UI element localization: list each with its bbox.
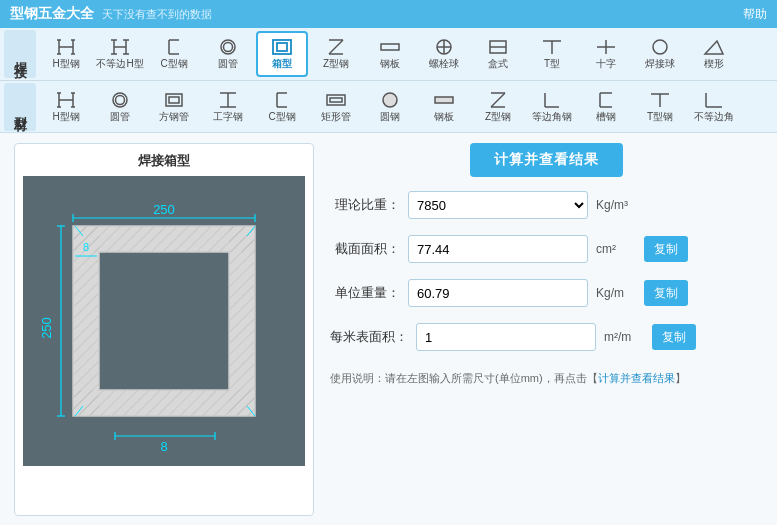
nav-item-t-weld[interactable]: T型 — [526, 31, 578, 77]
instruction-link: 计算并查看结果 — [598, 372, 675, 384]
nav-items-material: H型钢 圆管 方钢管 工字钢 C型钢 矩形管 — [40, 84, 740, 130]
nav-label-eq-angle-mat: 等边角钢 — [532, 111, 572, 123]
nav-tab-material[interactable]: 型材 — [4, 83, 36, 131]
nav-item-h-beam-mat[interactable]: H型钢 — [40, 84, 92, 130]
nav-item-channel-mat[interactable]: 槽钢 — [580, 84, 632, 130]
diagram-canvas: 250 250 — [23, 176, 305, 466]
field-row-surface: 每米表面积： m²/m 复制 — [330, 323, 763, 351]
svg-text:8: 8 — [83, 241, 89, 253]
nav-label-plate-weld: 钢板 — [380, 58, 400, 70]
field-input-surface[interactable] — [416, 323, 596, 351]
nav-label-round-mat: 圆管 — [110, 111, 130, 123]
nav-item-z-weld[interactable]: Z型钢 — [310, 31, 362, 77]
svg-point-34 — [653, 40, 667, 54]
nav-label-uneq-h: 不等边H型 — [96, 58, 143, 70]
svg-rect-87 — [99, 252, 229, 390]
field-label-density: 理论比重： — [330, 196, 400, 214]
svg-point-18 — [224, 43, 233, 52]
help-button[interactable]: 帮助 — [743, 6, 767, 23]
nav-section: 焊接 H型钢 不等边H型 C型钢 圆管 — [0, 28, 777, 133]
nav-label-channel-mat: 槽钢 — [596, 111, 616, 123]
field-input-unit-weight[interactable] — [408, 279, 588, 307]
field-unit-density: Kg/m³ — [596, 198, 636, 212]
nav-label-cross-weld: 十字 — [596, 58, 616, 70]
nav-label-t-weld: T型 — [544, 58, 560, 70]
nav-label-box-weld: 箱型 — [272, 58, 292, 70]
nav-label-weld-ball: 焊接球 — [645, 58, 675, 70]
nav-label-h-beam: H型钢 — [52, 58, 79, 70]
nav-label-i-beam-mat: 工字钢 — [213, 111, 243, 123]
nav-item-round-mat[interactable]: 圆管 — [94, 84, 146, 130]
field-label-unit-weight: 单位重量： — [330, 284, 400, 302]
nav-row-weld: 焊接 H型钢 不等边H型 C型钢 圆管 — [0, 28, 777, 80]
field-label-surface: 每米表面积： — [330, 328, 408, 346]
svg-text:250: 250 — [153, 202, 175, 217]
nav-item-cross-weld[interactable]: 十字 — [580, 31, 632, 77]
nav-items-weld: H型钢 不等边H型 C型钢 圆管 箱型 — [40, 31, 740, 77]
copy-button-surface[interactable]: 复制 — [652, 324, 696, 350]
copy-button-unit-weight[interactable]: 复制 — [644, 280, 688, 306]
nav-item-h-beam[interactable]: H型钢 — [40, 31, 92, 77]
nav-item-box-weld[interactable]: 箱型 — [256, 31, 308, 77]
instruction: 使用说明：请在左图输入所需尺寸(单位mm)，再点击【计算并查看结果】 — [330, 371, 763, 386]
nav-item-weld-ball[interactable]: 焊接球 — [634, 31, 686, 77]
nav-label-z-mat: Z型钢 — [485, 111, 511, 123]
nav-item-screw-ball[interactable]: 螺栓球 — [418, 31, 470, 77]
nav-tab-weld[interactable]: 焊接 — [4, 30, 36, 78]
nav-item-c-steel-weld[interactable]: C型钢 — [148, 31, 200, 77]
field-label-area: 截面面积： — [330, 240, 400, 258]
diagram-title: 焊接箱型 — [23, 152, 305, 170]
svg-point-44 — [116, 95, 125, 104]
nav-label-rect-mat: 矩形管 — [321, 111, 351, 123]
calc-button[interactable]: 计算并查看结果 — [470, 143, 623, 177]
svg-text:8: 8 — [160, 439, 167, 454]
copy-button-area[interactable]: 复制 — [644, 236, 688, 262]
nav-label-wedge-weld: 楔形 — [704, 58, 724, 70]
controls-panel: 计算并查看结果 理论比重： 7850 7800 7900 Kg/m³ 截面面积：… — [330, 143, 763, 516]
nav-label-t-mat: T型钢 — [647, 111, 673, 123]
nav-item-c-mat[interactable]: C型钢 — [256, 84, 308, 130]
nav-item-eq-angle-mat[interactable]: 等边角钢 — [526, 84, 578, 130]
nav-item-plate-mat[interactable]: 钢板 — [418, 84, 470, 130]
field-input-area[interactable] — [408, 235, 588, 263]
svg-rect-24 — [381, 44, 399, 50]
nav-label-square-mat: 方钢管 — [159, 111, 189, 123]
field-select-density[interactable]: 7850 7800 7900 — [408, 191, 588, 219]
nav-label-round-tube-weld: 圆管 — [218, 58, 238, 70]
nav-item-wedge-weld[interactable]: 楔形 — [688, 31, 740, 77]
field-unit-unit-weight: Kg/m — [596, 286, 636, 300]
nav-label-screw-ball: 螺栓球 — [429, 58, 459, 70]
svg-rect-83 — [73, 226, 255, 252]
nav-item-plate-weld[interactable]: 钢板 — [364, 31, 416, 77]
nav-item-uneq-angle-mat[interactable]: 不等边角 — [688, 84, 740, 130]
svg-rect-54 — [330, 98, 342, 102]
svg-rect-84 — [73, 390, 255, 416]
field-row-unit-weight: 单位重量： Kg/m 复制 — [330, 279, 763, 307]
header-left: 型钢五金大全 天下没有查不到的数据 — [10, 5, 212, 23]
nav-item-round-tube-weld[interactable]: 圆管 — [202, 31, 254, 77]
svg-text:250: 250 — [39, 317, 54, 339]
nav-row-material: 型材 H型钢 圆管 方钢管 工字钢 C型钢 — [0, 80, 777, 132]
svg-point-55 — [383, 93, 397, 107]
nav-item-box2-weld[interactable]: 盒式 — [472, 31, 524, 77]
svg-rect-85 — [73, 226, 99, 416]
nav-item-round-steel-mat[interactable]: 圆钢 — [364, 84, 416, 130]
nav-label-z-weld: Z型钢 — [323, 58, 349, 70]
nav-item-z-mat[interactable]: Z型钢 — [472, 84, 524, 130]
app-subtitle: 天下没有查不到的数据 — [102, 7, 212, 22]
nav-label-box2-weld: 盒式 — [488, 58, 508, 70]
svg-rect-56 — [435, 97, 453, 103]
nav-item-i-beam-mat[interactable]: 工字钢 — [202, 84, 254, 130]
nav-item-uneq-h[interactable]: 不等边H型 — [94, 31, 146, 77]
nav-label-uneq-angle-mat: 不等边角 — [694, 111, 734, 123]
app-title: 型钢五金大全 — [10, 5, 94, 23]
field-row-area: 截面面积： cm² 复制 — [330, 235, 763, 263]
nav-item-square-mat[interactable]: 方钢管 — [148, 84, 200, 130]
svg-line-59 — [491, 93, 505, 107]
nav-label-h-mat: H型钢 — [52, 111, 79, 123]
nav-label-plate-mat: 钢板 — [434, 111, 454, 123]
diagram-panel: 焊接箱型 250 250 — [14, 143, 314, 516]
nav-item-t-mat[interactable]: T型钢 — [634, 84, 686, 130]
svg-rect-20 — [277, 43, 287, 51]
nav-item-rect-mat[interactable]: 矩形管 — [310, 84, 362, 130]
